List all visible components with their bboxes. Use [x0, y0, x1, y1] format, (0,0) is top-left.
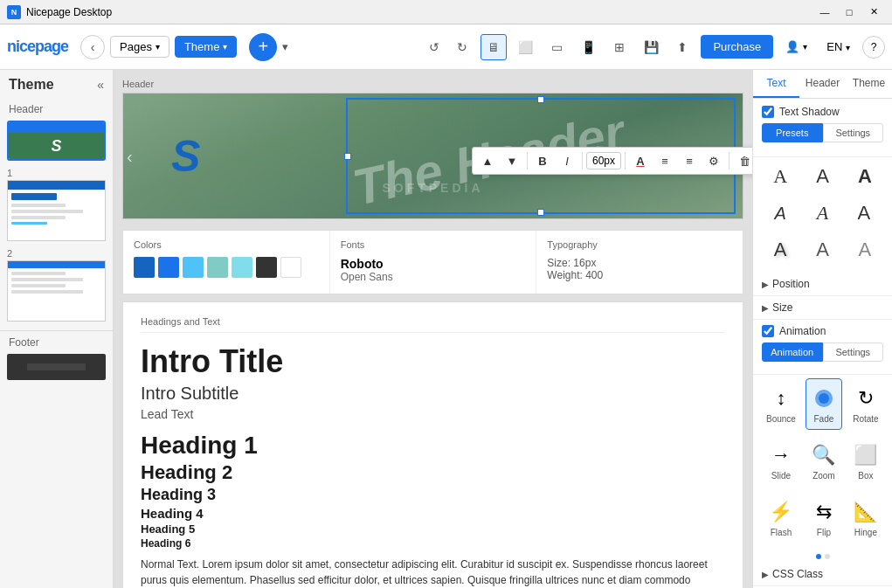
- colors-label: Colors: [134, 239, 319, 250]
- add-button[interactable]: +: [249, 33, 277, 61]
- page-1-thumbnail[interactable]: 1: [7, 168, 106, 241]
- theme-dropdown[interactable]: Theme ▾: [175, 36, 237, 58]
- font-size-input[interactable]: [586, 152, 621, 169]
- header-nav-left[interactable]: ‹: [127, 146, 133, 166]
- animation-hinge[interactable]: 📐 Hinge: [847, 492, 884, 543]
- list1-button[interactable]: ≡: [653, 149, 676, 172]
- back-button[interactable]: ‹: [80, 35, 105, 59]
- animation-slide[interactable]: → Slide: [762, 435, 800, 487]
- sidebar-collapse-button[interactable]: «: [97, 78, 104, 92]
- position-section-header[interactable]: ▶ Position: [753, 273, 892, 296]
- css-class-section-header[interactable]: ▶ CSS Class: [753, 563, 892, 586]
- more-options-button[interactable]: ⚙: [702, 149, 725, 172]
- color-swatch-teal[interactable]: [207, 257, 228, 278]
- colors-section: Colors: [123, 231, 329, 294]
- tablet-landscape-view-button[interactable]: ⬜: [512, 34, 538, 60]
- purchase-button[interactable]: Purchase: [701, 35, 773, 59]
- text-preset-thin-serif[interactable]: A: [762, 161, 799, 192]
- color-swatch-dark[interactable]: [256, 257, 277, 278]
- tab-header[interactable]: Header: [799, 70, 846, 98]
- color-swatch-white[interactable]: [280, 257, 301, 278]
- intro-title: Intro Title: [141, 343, 725, 380]
- help-button[interactable]: ?: [862, 36, 885, 59]
- app-logo: nicepage: [7, 38, 68, 56]
- animation-flash[interactable]: ⚡ Flash: [762, 492, 800, 543]
- sidebar-header-label: Header: [0, 100, 113, 117]
- resize-handle-bottom[interactable]: [537, 209, 544, 216]
- text-preset-normal[interactable]: A: [804, 161, 840, 192]
- resize-handle-top[interactable]: [537, 96, 544, 103]
- color-button[interactable]: A: [629, 149, 652, 172]
- close-button[interactable]: ✕: [862, 1, 885, 24]
- animation-page-dots: [753, 550, 892, 563]
- theme-label: Theme: [184, 40, 219, 53]
- footer-thumbnail[interactable]: [7, 354, 106, 380]
- move-down-button[interactable]: ▼: [501, 149, 523, 172]
- minimize-button[interactable]: —: [813, 1, 836, 24]
- text-preset-spaced[interactable]: A: [847, 197, 883, 229]
- window-controls: — □ ✕: [813, 1, 885, 24]
- header-thumbnail[interactable]: S: [7, 121, 106, 161]
- animation-zoom[interactable]: 🔍 Zoom: [806, 435, 842, 487]
- animation-tab[interactable]: Animation: [762, 342, 823, 362]
- theme-panel-row: Colors Fonts: [123, 231, 743, 294]
- resize-handle-left[interactable]: [344, 153, 351, 160]
- redo-button[interactable]: ↻: [449, 34, 475, 60]
- dot-1[interactable]: [816, 554, 821, 559]
- animation-fade[interactable]: Fade: [806, 378, 842, 430]
- app-icon: N: [7, 5, 21, 19]
- dot-2[interactable]: [825, 554, 830, 559]
- tab-theme[interactable]: Theme: [846, 70, 892, 98]
- maximize-button[interactable]: □: [838, 1, 861, 24]
- undo-button[interactable]: ↺: [421, 34, 447, 60]
- text-preset-serif-italic[interactable]: A: [804, 197, 840, 229]
- publish-button[interactable]: ⬆: [669, 34, 695, 60]
- animation-bounce[interactable]: ↕ Bounce: [762, 378, 800, 430]
- responsive-view-button[interactable]: ⊞: [606, 34, 633, 60]
- tablet-portrait-view-button[interactable]: ▭: [543, 34, 570, 60]
- text-preset-shadow[interactable]: A: [762, 234, 799, 266]
- animation-flip[interactable]: ⇆ Flip: [806, 492, 842, 543]
- bold-button[interactable]: B: [531, 149, 554, 172]
- separator4: [729, 152, 730, 169]
- account-menu[interactable]: 👤 ▾: [778, 37, 814, 57]
- text-shadow-checkbox[interactable]: [762, 106, 774, 118]
- move-up-button[interactable]: ▲: [476, 149, 499, 172]
- delete-button[interactable]: 🗑: [733, 149, 752, 172]
- animation-settings-tab[interactable]: Settings: [823, 342, 884, 362]
- position-chevron-icon: ▶: [762, 280, 769, 289]
- list2-button[interactable]: ≡: [678, 149, 701, 172]
- color-swatch-light-blue[interactable]: [183, 257, 204, 278]
- canvas-area[interactable]: ▲ ▼ B I A ≡ ≡ ⚙ 🗑 Header S: [114, 70, 752, 588]
- heading-5: Heading 5: [141, 522, 725, 536]
- size-section-header[interactable]: ▶ Size: [753, 296, 892, 320]
- tab-text[interactable]: Text: [753, 70, 799, 98]
- text-preset-medium[interactable]: A: [804, 234, 840, 266]
- lang-chevron-icon: ▾: [846, 43, 850, 52]
- mobile-view-button[interactable]: 📱: [575, 34, 601, 60]
- presets-tab[interactable]: Presets: [762, 123, 823, 142]
- animation-grid: ↕ Bounce Fade ↻ Rotate → Slide: [753, 375, 892, 550]
- color-swatch-cyan[interactable]: [232, 257, 252, 278]
- text-preset-bold[interactable]: A: [847, 161, 883, 192]
- animation-rotate[interactable]: ↻ Rotate: [847, 378, 884, 430]
- animation-box[interactable]: ⬜ Box: [847, 435, 884, 487]
- settings-tab[interactable]: Settings: [823, 123, 884, 142]
- add-dropdown-arrow[interactable]: ▾: [279, 37, 292, 57]
- slide-icon: →: [767, 441, 795, 469]
- color-swatch-blue-dark[interactable]: [134, 257, 155, 278]
- save-button[interactable]: 💾: [638, 34, 664, 60]
- page-2-thumbnail[interactable]: 2: [7, 248, 106, 322]
- rotate-icon: ↻: [852, 384, 880, 412]
- pages-label: Pages: [120, 40, 152, 53]
- animation-checkbox[interactable]: [762, 325, 774, 337]
- language-selector[interactable]: EN ▾: [819, 37, 857, 57]
- flash-icon: ⚡: [767, 498, 795, 526]
- separator3: [625, 152, 626, 169]
- pages-dropdown[interactable]: Pages ▾: [110, 36, 169, 58]
- text-preset-light[interactable]: A: [847, 234, 883, 266]
- desktop-view-button[interactable]: 🖥: [481, 34, 507, 60]
- text-preset-italic[interactable]: A: [762, 197, 799, 229]
- color-swatch-blue[interactable]: [158, 257, 179, 278]
- italic-button[interactable]: I: [556, 149, 578, 172]
